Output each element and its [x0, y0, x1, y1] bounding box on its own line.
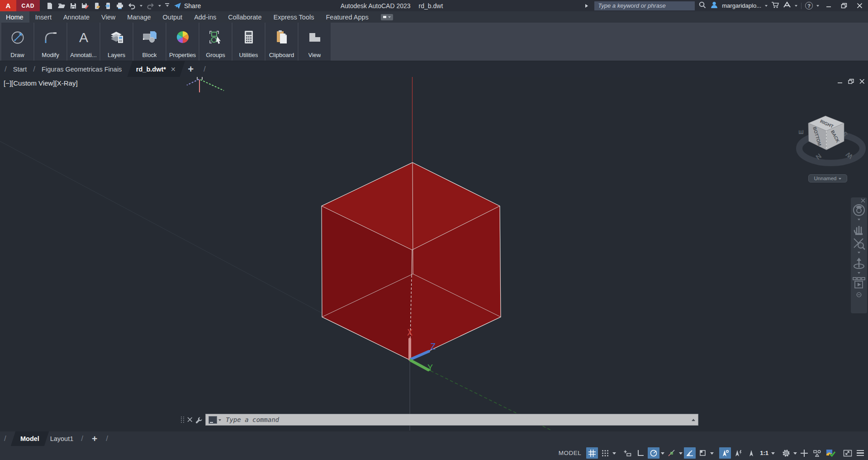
- tab-express-tools[interactable]: Express Tools: [267, 11, 320, 23]
- new-drawing-button[interactable]: +: [182, 63, 199, 75]
- annotation-visibility-toggle[interactable]: [719, 447, 731, 459]
- doc-restore-icon[interactable]: [848, 79, 854, 84]
- osnap-tracking-caret[interactable]: [679, 452, 683, 456]
- file-tab-close-icon[interactable]: ✕: [171, 66, 176, 73]
- lineweight-toggle[interactable]: [697, 447, 709, 459]
- command-input[interactable]: Type a command: [205, 414, 698, 426]
- graphics-performance-button[interactable]: [825, 447, 836, 459]
- file-tab-figuras[interactable]: Figuras Geometricas Finais: [40, 66, 123, 73]
- zoom-caret[interactable]: [858, 252, 860, 255]
- dynamic-input-toggle[interactable]: [621, 447, 633, 459]
- recent-commands-caret[interactable]: [218, 419, 221, 422]
- model-space-indicator[interactable]: MODEL: [559, 450, 582, 456]
- app-store-button[interactable]: [771, 1, 779, 10]
- undo-dropdown[interactable]: [140, 5, 142, 8]
- autodesk-menu-button[interactable]: [783, 1, 791, 10]
- save-as-button[interactable]: [81, 2, 89, 10]
- panel-properties[interactable]: Properties: [166, 23, 199, 61]
- doc-minimize-icon[interactable]: [838, 79, 843, 84]
- drawing-viewport[interactable]: X Z Y [−] [Custom View] [X-Ray] E N W S: [0, 77, 868, 431]
- orbit-icon[interactable]: [852, 256, 866, 271]
- undo-button[interactable]: [128, 2, 136, 10]
- command-line-customize-icon[interactable]: [195, 417, 202, 423]
- autodesk-dropdown[interactable]: [795, 5, 797, 8]
- command-line-drag-handle[interactable]: [181, 417, 185, 423]
- help-button[interactable]: ?: [805, 2, 813, 10]
- panel-layers[interactable]: Layers: [100, 23, 133, 61]
- panel-draw[interactable]: Draw: [1, 23, 33, 61]
- panel-utilities[interactable]: Utilities: [232, 23, 265, 61]
- save-button[interactable]: [70, 2, 77, 10]
- navbar-collapse-icon[interactable]: [856, 292, 862, 297]
- close-button[interactable]: [854, 0, 865, 11]
- tab-featured-apps[interactable]: Featured Apps: [320, 11, 374, 23]
- restore-button[interactable]: [838, 0, 850, 11]
- polar-caret[interactable]: [661, 452, 664, 456]
- navigation-wheel-caret[interactable]: [858, 219, 860, 222]
- polar-tracking-toggle[interactable]: [648, 447, 659, 459]
- account-dropdown[interactable]: [765, 5, 768, 8]
- ucs-selector-button[interactable]: Unnamed: [808, 174, 847, 182]
- tab-insert[interactable]: Insert: [29, 11, 57, 23]
- viewport-view-control[interactable]: [Custom View]: [11, 79, 55, 87]
- object-snap-toggle[interactable]: [684, 447, 696, 459]
- customization-button[interactable]: [855, 450, 866, 456]
- username[interactable]: margaridaplo...: [722, 2, 761, 9]
- snap-toggle[interactable]: [599, 447, 611, 459]
- navigation-wheel-icon[interactable]: [852, 203, 866, 217]
- annotation-monitor-button[interactable]: [798, 447, 810, 459]
- account-button[interactable]: [710, 1, 718, 10]
- ribbon-display-button[interactable]: [381, 14, 393, 20]
- panel-annotation[interactable]: A Annotati...: [67, 23, 100, 61]
- viewport-minimize-control[interactable]: [−]: [4, 79, 11, 87]
- tab-view[interactable]: View: [95, 11, 121, 23]
- snap-caret[interactable]: [612, 452, 616, 456]
- redo-dropdown[interactable]: [158, 5, 161, 8]
- command-history-toggle[interactable]: [692, 417, 695, 421]
- tab-manage[interactable]: Manage: [121, 11, 157, 23]
- annotation-autoscale-toggle[interactable]: [732, 447, 744, 459]
- tab-model[interactable]: Model: [11, 431, 49, 446]
- tab-output[interactable]: Output: [157, 11, 189, 23]
- orbit-caret[interactable]: [858, 272, 860, 275]
- panel-groups[interactable]: Groups: [199, 23, 232, 61]
- save-to-web-mobile-button[interactable]: [104, 2, 112, 10]
- search-button[interactable]: [698, 1, 707, 11]
- command-line-close-icon[interactable]: [187, 417, 193, 422]
- redo-button[interactable]: [147, 2, 154, 10]
- help-dropdown[interactable]: [816, 5, 819, 8]
- viewport-visual-style-control[interactable]: [X-Ray]: [55, 79, 78, 87]
- open-from-web-mobile-button[interactable]: [93, 2, 100, 10]
- annotation-scale-value[interactable]: 1:1: [759, 450, 770, 456]
- tab-collaborate[interactable]: Collaborate: [222, 11, 267, 23]
- annotation-scale-icon-button[interactable]: [745, 447, 757, 459]
- doc-close-icon[interactable]: [859, 79, 865, 84]
- minimize-button[interactable]: [823, 0, 835, 11]
- pan-hand-icon[interactable]: [853, 223, 865, 237]
- panel-block[interactable]: Block: [133, 23, 166, 61]
- workspace-caret[interactable]: [793, 452, 797, 456]
- app-menu-button[interactable]: A CAD: [0, 0, 40, 11]
- workspace-switching-button[interactable]: [780, 447, 792, 459]
- search-collapse-icon[interactable]: [585, 4, 590, 8]
- file-tab-active[interactable]: rd_b.dwt* ✕: [128, 61, 185, 77]
- compass-east-label[interactable]: E: [797, 130, 805, 134]
- tab-home[interactable]: Home: [0, 11, 29, 23]
- viewcube[interactable]: E N W S RIGHT BOTTOM BACK: [793, 112, 868, 185]
- tab-annotate[interactable]: Annotate: [57, 11, 95, 23]
- grid-toggle[interactable]: [586, 447, 598, 459]
- panel-clipboard[interactable]: Clipboard: [266, 23, 298, 61]
- clean-screen-button[interactable]: [842, 447, 854, 459]
- tab-add-ins[interactable]: Add-ins: [188, 11, 222, 23]
- qat-customize-button[interactable]: [165, 3, 169, 8]
- tab-layout1[interactable]: Layout1: [47, 435, 77, 442]
- ortho-toggle[interactable]: [635, 447, 646, 459]
- showmotion-icon[interactable]: [852, 277, 866, 290]
- new-file-button[interactable]: [46, 2, 53, 10]
- panel-modify[interactable]: Modify: [34, 23, 66, 61]
- isolate-objects-button[interactable]: [811, 447, 823, 459]
- zoom-extents-icon[interactable]: [852, 237, 866, 250]
- object-snap-tracking-toggle[interactable]: [666, 447, 678, 459]
- file-tab-start[interactable]: Start: [11, 66, 29, 73]
- panel-view[interactable]: View: [299, 23, 331, 61]
